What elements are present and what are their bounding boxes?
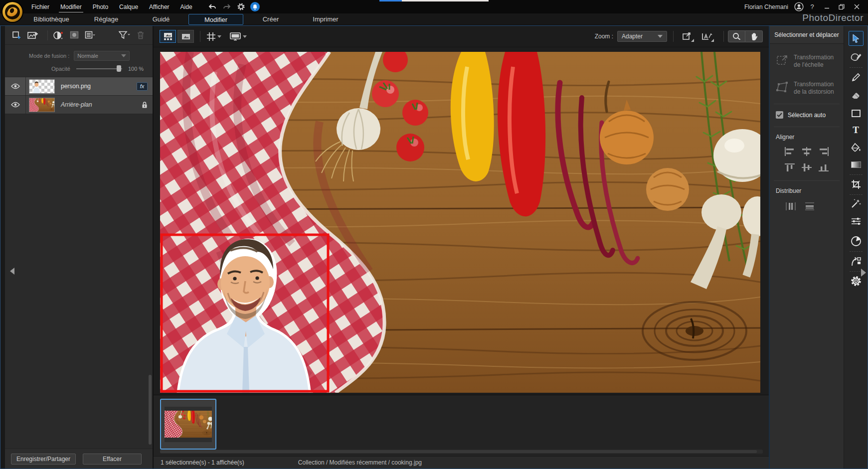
pointer-tool-selected[interactable] <box>849 31 864 46</box>
lock-icon[interactable] <box>142 101 148 109</box>
blend-mode-select[interactable]: Normale <box>74 51 130 61</box>
transform-scale-button[interactable]: Transformation de l'échelle <box>776 54 844 69</box>
menubar: Fichier Modifier Photo Calque Afficher A… <box>26 0 198 13</box>
zoom-select[interactable]: Adapter <box>617 31 667 42</box>
menu-fichier[interactable]: Fichier <box>26 0 55 13</box>
menu-aide[interactable]: Aide <box>175 0 198 13</box>
menu-modifier[interactable]: Modifier <box>55 0 87 13</box>
layers-empty-area <box>5 114 153 449</box>
settings-gear-icon[interactable] <box>850 276 863 287</box>
clear-button[interactable]: Effacer <box>83 454 142 465</box>
checkbox-checked-icon[interactable] <box>776 111 783 119</box>
canvas-viewport[interactable] <box>154 47 769 395</box>
avatar-icon[interactable] <box>793 2 804 12</box>
capture-progress-strip <box>379 0 489 1</box>
add-image-icon[interactable] <box>27 30 39 41</box>
tab-bibliotheque[interactable]: Bibliothèque <box>24 14 79 25</box>
eraser-icon[interactable] <box>850 90 863 101</box>
distribute-horizontal-icon[interactable] <box>785 201 797 211</box>
tab-guide[interactable]: Guidé <box>134 14 188 25</box>
minimize-icon[interactable] <box>820 2 833 12</box>
collapse-left-panel-arrow[interactable] <box>10 268 14 275</box>
align-section-label: Aligner <box>776 134 844 141</box>
layers-panel-buttons: Enregistrer/Partager Effacer <box>5 449 153 469</box>
filmstrip-thumbnail-selected[interactable] <box>160 399 216 450</box>
shape-rectangle-icon[interactable] <box>850 108 863 119</box>
adjustment-icon[interactable] <box>52 30 64 41</box>
opacity-slider-handle[interactable] <box>117 65 121 72</box>
adjust-sliders-icon[interactable] <box>850 216 863 227</box>
grid-toggle-button[interactable] <box>206 32 221 41</box>
menu-calque[interactable]: Calque <box>114 0 144 13</box>
save-share-button[interactable]: Enregistrer/Partager <box>11 454 76 465</box>
photo-canvas[interactable] <box>160 52 760 393</box>
workspace: Mode de fusion : Normale Opacité 100 % <box>0 25 868 469</box>
layers-panel: Mode de fusion : Normale Opacité 100 % <box>0 26 153 469</box>
layer-row-background[interactable]: Arrière-plan <box>5 95 153 114</box>
close-icon[interactable] <box>850 2 863 12</box>
align-top-icon[interactable] <box>781 162 798 172</box>
edge-toolbar: T <box>844 26 868 469</box>
trash-icon[interactable] <box>135 30 147 41</box>
opacity-value: 100 % <box>128 66 144 72</box>
color-pie-icon[interactable] <box>850 236 863 247</box>
zoom-tool-button[interactable] <box>728 30 745 42</box>
gradient-icon[interactable] <box>850 159 863 170</box>
tab-imprimer[interactable]: Imprimer <box>298 14 353 25</box>
mask-icon[interactable] <box>68 30 80 41</box>
tab-reglage[interactable]: Réglage <box>79 14 134 25</box>
app-logo-icon[interactable] <box>2 2 22 22</box>
restore-icon[interactable] <box>835 2 848 12</box>
opacity-row: Opacité 100 % <box>5 66 153 72</box>
crop-icon[interactable] <box>850 179 863 190</box>
add-layer-icon[interactable] <box>11 30 23 41</box>
redo-icon[interactable] <box>221 2 232 12</box>
view-single-button[interactable] <box>177 30 194 43</box>
display-mode-button[interactable] <box>229 32 247 41</box>
canvas-area: Zoom : Adapter <box>153 26 769 469</box>
fill-bucket-icon[interactable] <box>850 142 863 153</box>
transform-distort-button[interactable]: Transformation de la distorsion <box>776 81 844 96</box>
fx-badge[interactable]: fx <box>137 82 148 91</box>
export-layers-icon[interactable] <box>850 256 863 267</box>
tab-modifier[interactable]: Modifier <box>188 14 243 25</box>
align-bottom-icon[interactable] <box>815 162 832 172</box>
opacity-slider[interactable] <box>76 68 122 69</box>
blend-mode-row: Mode de fusion : Normale <box>5 51 153 61</box>
layer-row-person[interactable]: person.png fx <box>5 77 153 95</box>
pencil-icon[interactable] <box>850 72 863 83</box>
align-right-icon[interactable] <box>815 147 832 156</box>
zoom-label: Zoom : <box>595 33 613 40</box>
eye-icon[interactable] <box>5 77 26 95</box>
mask-brush-icon[interactable] <box>850 52 863 63</box>
view-with-filmstrip-button[interactable] <box>160 30 176 43</box>
menu-afficher[interactable]: Afficher <box>144 0 174 13</box>
pan-hand-button[interactable] <box>745 30 763 42</box>
text-tool-icon[interactable]: T <box>850 125 863 136</box>
undo-icon[interactable] <box>207 2 218 12</box>
auto-select-checkbox-row[interactable]: Sélection auto <box>776 111 844 119</box>
layer-list-icon[interactable] <box>84 30 96 41</box>
user-name[interactable]: Florian Chemani <box>744 3 788 10</box>
compare-view-button[interactable] <box>699 30 714 42</box>
photodirector-window: Fichier Modifier Photo Calque Afficher A… <box>0 0 868 469</box>
gear-icon[interactable] <box>236 2 247 12</box>
align-left-icon[interactable] <box>781 147 798 156</box>
align-center-horizontal-icon[interactable] <box>798 147 815 156</box>
filter-icon[interactable] <box>119 30 131 41</box>
tab-creer[interactable]: Créer <box>243 14 298 25</box>
filmstrip-scrollbar[interactable] <box>160 450 763 454</box>
distribute-vertical-icon[interactable] <box>804 201 816 211</box>
eye-icon[interactable] <box>5 96 26 114</box>
bell-icon[interactable] <box>250 2 260 11</box>
collapse-right-panel-arrow[interactable] <box>861 269 866 277</box>
layer-thumbnail <box>29 98 55 112</box>
export-view-button[interactable] <box>680 30 694 42</box>
help-button[interactable]: ? <box>806 3 818 10</box>
menu-photo[interactable]: Photo <box>87 0 114 13</box>
align-middle-icon[interactable] <box>798 162 815 172</box>
distribute-section-label: Distribuer <box>776 187 844 194</box>
layers-scrollbar[interactable] <box>149 375 152 445</box>
magic-wand-icon[interactable] <box>850 198 863 209</box>
tool-options-panel: Sélectionner et déplacer Transformation … <box>769 26 844 469</box>
